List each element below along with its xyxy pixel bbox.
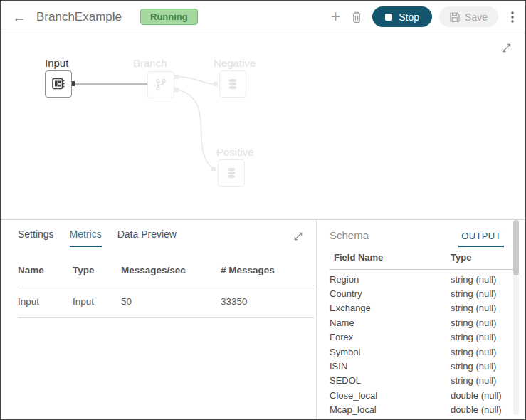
status-badge: Running — [140, 9, 198, 25]
field-name: ISIN — [330, 361, 451, 372]
expand-canvas-icon[interactable] — [500, 42, 512, 57]
field-name: Forex — [330, 332, 451, 342]
node-negative[interactable] — [219, 70, 246, 98]
schema-row[interactable]: Country string (null) — [330, 286, 513, 300]
schema-row[interactable]: Name string (null) — [330, 315, 513, 330]
branch-icon — [154, 78, 168, 92]
bottom-panels: Settings Metrics Data Preview Name Type … — [1, 220, 525, 419]
app-window: ← BranchExample Running + Stop — [0, 0, 526, 420]
save-button-label: Save — [465, 11, 488, 23]
page-title: BranchExample — [36, 10, 122, 24]
field-type: string (null) — [451, 332, 496, 342]
stop-button-label: Stop — [399, 11, 419, 23]
metrics-table: Name Type Messages/sec # Messages Input … — [18, 261, 314, 318]
column-header-messages-sec: Messages/sec — [121, 261, 221, 285]
save-icon — [450, 12, 460, 22]
tab-settings[interactable]: Settings — [18, 229, 54, 247]
expand-panel-icon[interactable] — [293, 231, 304, 245]
schema-row[interactable]: Exchange string (null) — [330, 301, 513, 315]
cell-type: Input — [73, 285, 121, 318]
column-header-field-type: Type — [451, 252, 471, 263]
schema-title: Schema — [330, 229, 369, 241]
stop-icon — [385, 14, 392, 21]
node-input[interactable] — [45, 70, 72, 98]
field-name: Mcap_local — [330, 404, 451, 415]
field-type: string (null) — [451, 303, 496, 313]
save-button[interactable]: Save — [439, 6, 498, 27]
node-positive[interactable] — [218, 159, 245, 187]
schema-row[interactable]: Close_local double (null) — [330, 388, 513, 402]
field-name: Country — [330, 288, 451, 299]
trash-icon[interactable] — [351, 11, 362, 23]
pipeline-canvas[interactable]: Input Branch Negative — [1, 33, 525, 220]
field-name: Close_local — [330, 390, 451, 401]
cell-num-messages: 33350 — [221, 285, 314, 318]
database-icon — [226, 77, 240, 91]
schema-row[interactable]: SEDOL string (null) — [330, 374, 513, 388]
field-type: string (null) — [451, 317, 496, 328]
scrollbar-thumb[interactable] — [513, 220, 519, 275]
field-type: string (null) — [451, 274, 496, 285]
cell-name: Input — [18, 285, 73, 318]
tab-metrics[interactable]: Metrics — [70, 229, 102, 247]
add-icon[interactable]: + — [331, 9, 340, 25]
column-header-num-messages: # Messages — [221, 261, 314, 285]
node-label-input: Input — [45, 57, 68, 69]
field-name: Name — [330, 317, 451, 328]
field-type: string (null) — [451, 361, 496, 372]
tab-data-preview[interactable]: Data Preview — [117, 229, 177, 247]
schema-row[interactable]: Symbol string (null) — [330, 345, 513, 359]
tab-output[interactable]: OUTPUT — [458, 229, 504, 247]
chip-icon — [51, 76, 66, 92]
schema-header: Schema OUTPUT — [330, 229, 525, 247]
schema-row[interactable]: Region string (null) — [330, 272, 513, 286]
column-header-name: Name — [18, 261, 73, 285]
schema-row[interactable]: ISIN string (null) — [330, 359, 513, 373]
field-name: SEDOL — [330, 375, 451, 386]
top-bar: ← BranchExample Running + Stop — [1, 1, 525, 33]
node-label-negative: Negative — [214, 57, 256, 69]
edges-layer — [1, 33, 526, 220]
toolbar-actions: + Stop Save — [331, 6, 514, 27]
schema-row[interactable]: Forex string (null) — [330, 330, 513, 345]
schema-scrollbar[interactable] — [513, 220, 519, 415]
database-icon — [224, 166, 238, 180]
field-name: Symbol — [330, 347, 451, 357]
field-type: string (null) — [451, 347, 496, 357]
more-options-icon[interactable] — [511, 11, 514, 23]
field-type: string (null) — [451, 288, 496, 299]
schema-table: Field Name Type Region string (null) Cou… — [330, 250, 513, 420]
column-header-field-name: Field Name — [334, 252, 451, 263]
column-header-type: Type — [73, 261, 121, 285]
field-type: double (null) — [451, 404, 502, 415]
cell-messages-sec: 50 — [121, 285, 221, 318]
table-row[interactable]: Input Input 50 33350 — [18, 285, 314, 318]
field-name: Region — [330, 274, 451, 285]
stop-button[interactable]: Stop — [372, 6, 432, 27]
schema-row[interactable]: Mcap_local double (null) — [330, 403, 513, 417]
node-label-branch: Branch — [133, 57, 167, 69]
node-branch[interactable] — [147, 71, 174, 98]
field-type: double (null) — [451, 390, 502, 401]
metrics-panel: Settings Metrics Data Preview Name Type … — [1, 220, 317, 419]
panel-tabs: Settings Metrics Data Preview — [18, 229, 316, 247]
schema-panel: Schema OUTPUT Field Name Type Region str… — [317, 220, 525, 419]
schema-rows: Region string (null) Country string (nul… — [330, 270, 513, 420]
field-name: Exchange — [330, 303, 451, 313]
node-label-positive: Positive — [216, 146, 254, 158]
back-icon[interactable]: ← — [12, 10, 26, 24]
schema-column-headers: Field Name Type — [330, 250, 513, 270]
field-type: string (null) — [451, 375, 496, 386]
